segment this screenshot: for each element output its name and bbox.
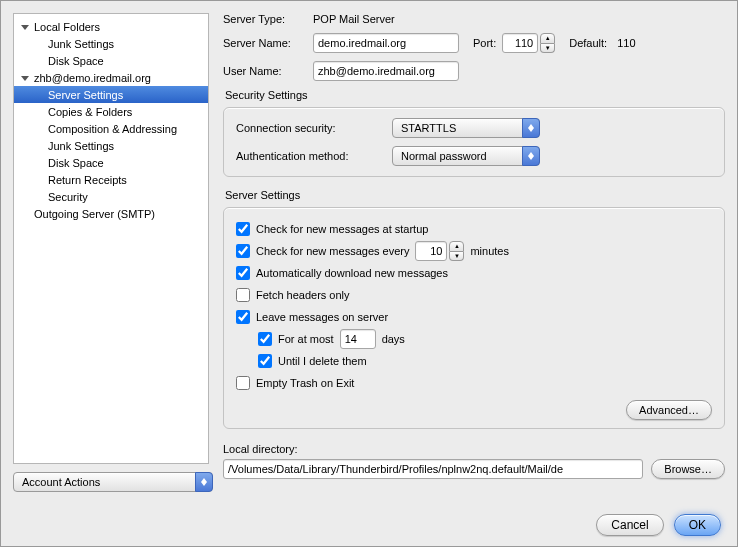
stepper-up-icon[interactable]: ▲	[540, 33, 555, 44]
advanced-button[interactable]: Advanced…	[626, 400, 712, 420]
tree-row[interactable]: Return Receipts	[14, 171, 208, 188]
tree-label: Junk Settings	[48, 140, 114, 152]
default-port-value: 110	[617, 37, 635, 49]
empty-trash-label: Empty Trash on Exit	[256, 377, 354, 389]
tree-label: Disk Space	[48, 55, 104, 67]
tree-row[interactable]: Junk Settings	[14, 137, 208, 154]
svg-marker-1	[21, 76, 29, 81]
server-type-value: POP Mail Server	[313, 13, 395, 25]
leave-on-server-label: Leave messages on server	[256, 311, 388, 323]
local-directory-row: Local directory: Browse…	[223, 443, 725, 479]
check-interval-input[interactable]	[415, 241, 447, 261]
interval-stepper: ▲ ▼	[415, 241, 464, 261]
server-name-row: Server Name: Port: ▲ ▼ Default: 110	[223, 33, 725, 53]
fetch-headers-checkbox[interactable]	[236, 288, 250, 302]
local-directory-label: Local directory:	[223, 443, 725, 455]
check-every-label: Check for new messages every	[256, 245, 409, 257]
days-label: days	[382, 333, 405, 345]
server-name-label: Server Name:	[223, 37, 307, 49]
connection-security-label: Connection security:	[236, 122, 386, 134]
tree-row[interactable]: zhb@demo.iredmail.org	[14, 69, 208, 86]
server-type-label: Server Type:	[223, 13, 307, 25]
disclosure-down-icon[interactable]	[20, 73, 30, 83]
stepper-down-icon[interactable]: ▼	[449, 252, 464, 262]
default-port-label: Default:	[569, 37, 607, 49]
account-settings-window: Local FoldersJunk SettingsDisk Spacezhb@…	[0, 0, 738, 547]
tree-row[interactable]: Server Settings	[14, 86, 208, 103]
auth-method-select[interactable]: Normal password	[392, 146, 540, 166]
tree-label: Local Folders	[34, 21, 100, 33]
leave-days-input[interactable]	[340, 329, 376, 349]
port-input[interactable]	[502, 33, 538, 53]
ok-button[interactable]: OK	[674, 514, 721, 536]
check-startup-label: Check for new messages at startup	[256, 223, 428, 235]
for-at-most-label: For at most	[278, 333, 334, 345]
leave-on-server-checkbox[interactable]	[236, 310, 250, 324]
auto-download-checkbox[interactable]	[236, 266, 250, 280]
user-name-row: User Name:	[223, 61, 725, 81]
svg-marker-0	[21, 25, 29, 30]
server-settings-panel: Server Type: POP Mail Server Server Name…	[223, 13, 725, 492]
check-every-checkbox[interactable]	[236, 244, 250, 258]
interval-stepper-arrows[interactable]: ▲ ▼	[449, 241, 464, 261]
tree-label: Server Settings	[48, 89, 123, 101]
tree-label: Copies & Folders	[48, 106, 132, 118]
server-settings-title: Server Settings	[225, 189, 725, 201]
server-settings-group: Check for new messages at startup Check …	[223, 207, 725, 429]
fetch-headers-label: Fetch headers only	[256, 289, 350, 301]
tree-label: Junk Settings	[48, 38, 114, 50]
sidebar: Local FoldersJunk SettingsDisk Spacezhb@…	[13, 13, 209, 492]
minutes-label: minutes	[470, 245, 509, 257]
security-settings-group: Connection security: STARTTLS Authentica…	[223, 107, 725, 177]
security-settings-title: Security Settings	[225, 89, 725, 101]
tree-row[interactable]: Security	[14, 188, 208, 205]
local-directory-input[interactable]	[223, 459, 643, 479]
tree-label: zhb@demo.iredmail.org	[34, 72, 151, 84]
auto-download-label: Automatically download new messages	[256, 267, 448, 279]
tree-row[interactable]: Composition & Addressing	[14, 120, 208, 137]
port-label: Port:	[473, 37, 496, 49]
auth-method-row: Authentication method: Normal password	[236, 146, 712, 166]
window-body: Local FoldersJunk SettingsDisk Spacezhb@…	[13, 13, 725, 492]
for-at-most-checkbox[interactable]	[258, 332, 272, 346]
server-type-row: Server Type: POP Mail Server	[223, 13, 725, 25]
empty-trash-checkbox[interactable]	[236, 376, 250, 390]
connection-security-row: Connection security: STARTTLS	[236, 118, 712, 138]
stepper-down-icon[interactable]: ▼	[540, 44, 555, 54]
tree-row[interactable]: Local Folders	[14, 18, 208, 35]
tree-row[interactable]: Junk Settings	[14, 35, 208, 52]
server-name-input[interactable]	[313, 33, 459, 53]
tree-row[interactable]: Disk Space	[14, 52, 208, 69]
user-name-input[interactable]	[313, 61, 459, 81]
auth-method-label: Authentication method:	[236, 150, 386, 162]
tree-label: Composition & Addressing	[48, 123, 177, 135]
dialog-footer: Cancel OK	[1, 514, 737, 536]
browse-button[interactable]: Browse…	[651, 459, 725, 479]
cancel-button[interactable]: Cancel	[596, 514, 663, 536]
disclosure-down-icon[interactable]	[20, 22, 30, 32]
tree-label: Outgoing Server (SMTP)	[34, 208, 155, 220]
port-stepper: ▲ ▼	[502, 33, 555, 53]
tree-label: Security	[48, 191, 88, 203]
port-stepper-arrows[interactable]: ▲ ▼	[540, 33, 555, 53]
user-name-label: User Name:	[223, 65, 307, 77]
until-delete-checkbox[interactable]	[258, 354, 272, 368]
stepper-up-icon[interactable]: ▲	[449, 241, 464, 252]
tree-row[interactable]: Copies & Folders	[14, 103, 208, 120]
tree-label: Disk Space	[48, 157, 104, 169]
tree-label: Return Receipts	[48, 174, 127, 186]
until-delete-label: Until I delete them	[278, 355, 367, 367]
tree-row[interactable]: Disk Space	[14, 154, 208, 171]
check-startup-checkbox[interactable]	[236, 222, 250, 236]
connection-security-select[interactable]: STARTTLS	[392, 118, 540, 138]
tree-row[interactable]: Outgoing Server (SMTP)	[14, 205, 208, 222]
account-actions-select[interactable]: Account Actions	[13, 472, 213, 492]
account-tree[interactable]: Local FoldersJunk SettingsDisk Spacezhb@…	[13, 13, 209, 464]
account-actions-wrap: Account Actions	[13, 472, 209, 492]
